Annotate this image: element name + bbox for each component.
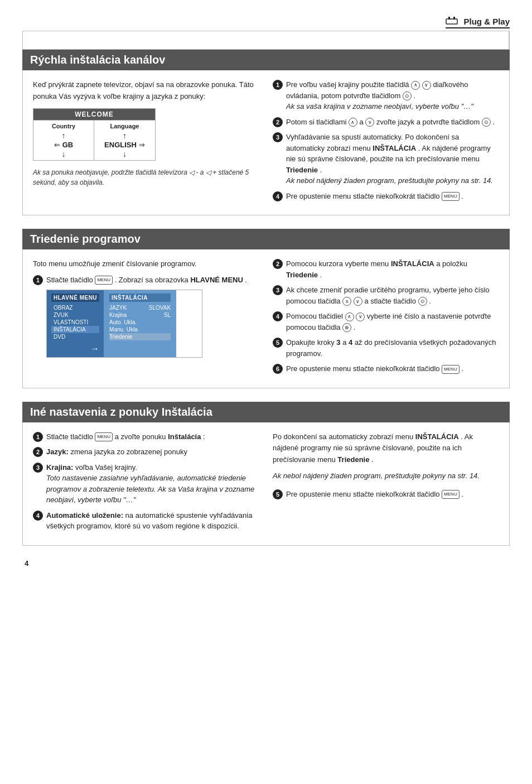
welcome-country-col: Country ↑ ⇐ GB ↓ (33, 121, 94, 160)
section2-item3: 3 Ak chcete zmeniť poradie určitého prog… (273, 285, 499, 306)
num-4: 4 (273, 191, 283, 201)
section1-item4: 4 Pre opustenie menu stlačte niekoľkokrá… (273, 191, 499, 202)
welcome-box: WELCOME Country ↑ ⇐ GB ↓ Languag (33, 108, 156, 161)
svg-rect-0 (446, 19, 457, 24)
section1-left: Keď prvýkrát zapnete televízor, objaví s… (33, 79, 259, 206)
s2-num-2: 2 (273, 259, 283, 269)
section3-item4: 4 Automatické uloženie: na automatické s… (33, 510, 259, 532)
down-btn2: ∨ (365, 118, 374, 127)
s2-num-6: 6 (273, 364, 283, 374)
s3-num-3: 3 (33, 463, 43, 473)
s3-num-5: 5 (273, 489, 283, 499)
arrow-up-language: ↑ (99, 132, 151, 140)
section3-item5: 5 Pre opustenie menu stlačte niekoľkokrá… (273, 489, 499, 500)
svg-rect-1 (448, 17, 450, 20)
plus-icon: ◁ (206, 169, 211, 176)
up-btn-s2b: ∧ (345, 312, 354, 321)
s3-num-1: 1 (33, 432, 43, 442)
down-btn-s2: ∨ (354, 297, 362, 306)
menu-btn: MENU (442, 192, 460, 201)
section-rychla-instalacia: Rýchla inštalácia kanálov Keď prvýkrát z… (22, 31, 510, 215)
arrow-right: ⇒ (139, 141, 145, 149)
section1-item1: 1 Pre voľbu vašej krajiny použite tlačid… (273, 79, 499, 112)
section-ine-nastavenia: Iné nastavenia z ponuky Inštalácia 1 Stl… (22, 402, 510, 546)
ok-btn2: ⊙ (482, 118, 491, 127)
ok-btn-s2: ⊙ (418, 297, 427, 306)
section1-caption: Ak sa ponuka neobjavuje, podržte tlačidl… (33, 167, 259, 187)
section3-item1: 1 Stlačte tlačidlo MENU a zvoľte ponuku … (33, 431, 259, 442)
down-btn-s2b: ∨ (356, 312, 365, 321)
plug-play-header: Plug & Play (22, 17, 510, 28)
menu-left-panel: HLAVNÉ MENU OBRAZ ZVUK VLASTNOSTI INŠTAL… (47, 290, 104, 357)
num-3: 3 (273, 132, 283, 142)
country-row: ⇐ GB (38, 140, 89, 150)
up-btn2: ∧ (349, 118, 357, 127)
up-btn-s2: ∧ (342, 297, 351, 306)
cancel-btn-s2: ⊗ (342, 323, 351, 332)
section1-item2: 2 Potom si tlačidlami ∧ a ∨ zvoľte jazyk… (273, 117, 499, 128)
menu-arrow-right: → (51, 344, 99, 354)
arrow-left: ⇐ (54, 141, 60, 149)
menu-btn-s3: MENU (95, 432, 113, 441)
s2-num-1: 1 (33, 275, 43, 285)
section2-title: Triedenie programov (30, 233, 141, 245)
section2-item2: 2 Pomocou kurzora vyberte menu INŠTALÁCI… (273, 258, 499, 280)
section1-item3: 3 Vyhľadávanie sa spustí automaticky. Po… (273, 132, 499, 186)
section2-item1: 1 Stlačte tlačidlo MENU . Zobrazí sa obr… (33, 275, 259, 286)
s2-num-3: 3 (273, 285, 283, 295)
num-2: 2 (273, 117, 283, 127)
s3-num-2: 2 (33, 447, 43, 457)
menu-btn-s2b: MENU (442, 365, 460, 374)
arrow-down-country: ↓ (38, 150, 89, 158)
menu-btn-s3b: MENU (442, 490, 460, 499)
s2-num-4: 4 (273, 311, 283, 321)
welcome-header: WELCOME (33, 109, 155, 120)
arrow-down-language: ↓ (99, 150, 151, 158)
section2-item4: 4 Pomocou tlačidiel ∧ ∨ vyberte iné čísl… (273, 311, 499, 333)
section2-intro: Toto menu umožňuje zmeniť číslovanie pro… (33, 258, 259, 270)
up-btn: ∧ (411, 81, 420, 90)
menu-right-panel: INŠTALÁCIA JAZYK SLOVAK Krajina SL Auto.… (104, 290, 176, 357)
language-row: ENGLISH ⇒ (99, 140, 151, 150)
svg-rect-2 (453, 17, 455, 20)
plug-play-label: Plug & Play (446, 17, 510, 28)
section2-item5: 5 Opakujte kroky 3 a 4 až do prečíslovan… (273, 337, 499, 359)
welcome-language-col: Language ↑ ENGLISH ⇒ ↓ (94, 121, 155, 160)
section3-right: Po dokončení sa automaticky zobrazí menu… (273, 431, 499, 536)
down-btn: ∨ (422, 81, 431, 90)
section1-intro: Keď prvýkrát zapnete televízor, objaví s… (33, 79, 259, 103)
arrow-up-country: ↑ (38, 132, 89, 140)
ok-btn: ⊙ (403, 92, 412, 100)
num-1: 1 (273, 80, 283, 90)
section-triedenie: Triedenie programov Toto menu umožňuje z… (22, 229, 510, 388)
section3-item2: 2 Jazyk: zmena jazyka zo zobrazenej ponu… (33, 446, 259, 458)
s3-num-4: 4 (33, 511, 43, 521)
section3-item3: 3 Krajina: voľba Vašej krajiny. Toto nas… (33, 462, 259, 506)
page-number: 4 (22, 559, 510, 567)
section2-right: 2 Pomocou kurzora vyberte menu INŠTALÁCI… (273, 258, 499, 379)
s2-num-5: 5 (273, 338, 283, 348)
section3-title: Iné nastavenia z ponuky Inštalácia (30, 406, 212, 418)
section1-title: Rýchla inštalácia kanálov (30, 54, 165, 66)
section2-left: Toto menu umožňuje zmeniť číslovanie pro… (33, 258, 259, 379)
minus-icon: ◁ (189, 169, 194, 176)
menu-screenshot: HLAVNÉ MENU OBRAZ ZVUK VLASTNOSTI INŠTAL… (46, 290, 202, 358)
menu-btn-s2: MENU (95, 276, 113, 285)
plug-icon (446, 17, 458, 26)
section2-item6: 6 Pre opustenie menu stlačte niekoľkokrá… (273, 363, 499, 374)
section3-left: 1 Stlačte tlačidlo MENU a zvoľte ponuku … (33, 431, 259, 536)
section1-right: 1 Pre voľbu vašej krajiny použite tlačid… (273, 79, 499, 206)
